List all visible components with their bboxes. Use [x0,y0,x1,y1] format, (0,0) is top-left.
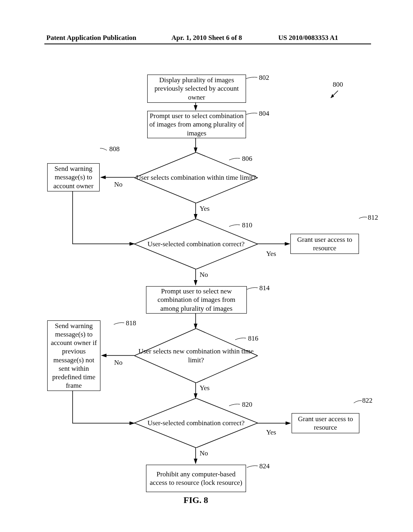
ref-808: 808 [109,145,120,153]
step-808: Send warning message(s) to account owner [47,163,100,191]
decision-806: User selects combination within time lim… [134,152,258,203]
step-802: Display plurality of images previously s… [147,75,246,103]
ref-806: 806 [242,155,252,163]
label-yes-816: Yes [200,384,210,392]
ref-820: 820 [242,401,252,409]
decision-810: User-selected combination correct? [134,219,258,269]
label-no-816: No [114,359,123,367]
label-no-810: No [200,271,208,279]
flowchart: Display plurality of images previously s… [0,0,413,532]
ref-812: 812 [368,214,378,222]
ref-802: 802 [259,74,269,82]
ref-824: 824 [259,462,270,470]
step-812: Grant user access to resource [290,234,359,254]
label-yes-810: Yes [266,250,276,258]
label-yes-820: Yes [266,428,276,436]
ref-804: 804 [259,110,269,118]
ref-800: 800 [333,81,343,89]
step-822: Grant user access to resource [292,413,359,433]
step-814: Prompt user to select new combination of… [146,286,247,314]
ref-822: 822 [362,397,373,405]
figure-caption: FIG. 8 [184,495,208,505]
decision-820: User-selected combination correct? [134,398,258,448]
label-no-820: No [200,449,208,457]
decision-820-text: User-selected combination correct? [134,398,258,448]
decision-816-text: User selects new combination within time… [134,328,258,383]
decision-806-text: User selects combination within time lim… [134,152,258,203]
ref-814: 814 [259,284,270,292]
label-no-806: No [114,181,123,189]
label-yes-806: Yes [200,205,210,213]
decision-816: User selects new combination within time… [134,328,258,383]
step-804: Prompt user to select combination of ima… [147,111,246,138]
ref-818: 818 [126,319,136,327]
decision-810-text: User-selected combination correct? [134,219,258,269]
ref-816: 816 [248,335,259,343]
step-824: Prohibit any computer-based access to re… [146,465,246,492]
step-818: Send warning message(s) to account owner… [47,320,100,391]
ref-810: 810 [242,221,252,229]
